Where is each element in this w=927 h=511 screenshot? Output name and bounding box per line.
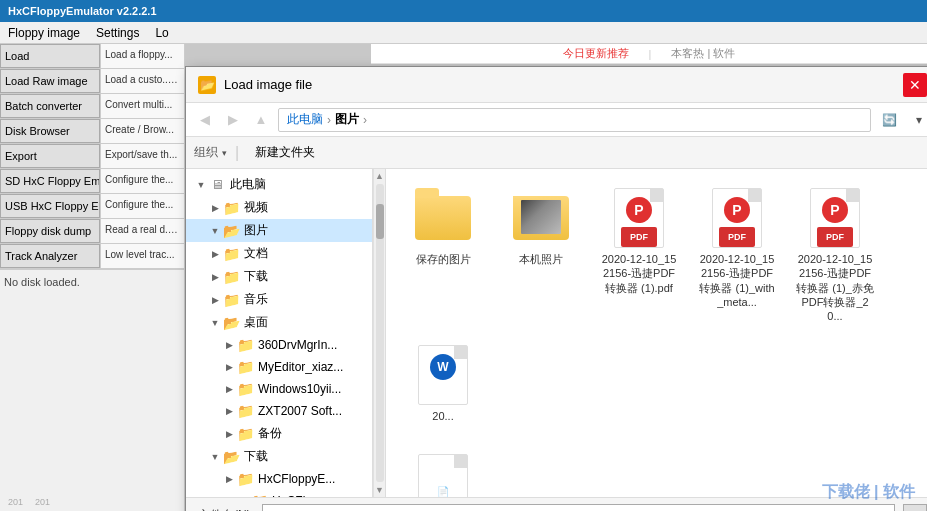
usb-settings-button[interactable]: USB HxC Floppy Emulator settings [0,194,100,218]
wps-brand-text: W [437,360,448,374]
refresh-button[interactable]: 🔄 [877,108,901,132]
address-path: 此电脑 › 图片 › [278,108,871,132]
tree-item-win10[interactable]: ▶ 📁 Windows10yii... [186,378,372,400]
tree-label-downloads: 下载 [244,268,268,285]
folder-downloads-icon: 📁 [222,269,240,285]
arrow-video[interactable]: ▶ [208,203,222,213]
tree-item-hxcfl2[interactable]: ▶ 📁 HxCFl... [186,490,372,497]
sidebar-row-sd: SD HxC Floppy Emulator settings Configur… [0,169,184,194]
tree-scrollbar[interactable]: ▲ ▼ [373,169,385,497]
arrow-pictures[interactable]: ▼ [208,226,222,236]
arrow-desktop[interactable]: ▼ [208,318,222,328]
toolbar-sep: | [235,144,239,162]
tree-item-downloads[interactable]: ▶ 📁 下载 [186,265,372,288]
pc-icon: 🖥 [208,177,226,193]
tree-item-music[interactable]: ▶ 📁 音乐 [186,288,372,311]
menu-lo[interactable]: Lo [147,24,176,42]
file-item-wps[interactable]: W 20... [398,338,488,430]
tree-item-pc[interactable]: ▼ 🖥 此电脑 [186,173,372,196]
pdf3-icon: P PDF [805,188,865,248]
tree-label-hxcfloppy: HxCFloppyE... [258,472,335,486]
watermark2: 201 [31,495,54,509]
tree-item-docs[interactable]: ▶ 📁 文档 [186,242,372,265]
scroll-up-arrow[interactable]: ▲ [375,171,384,181]
file-item-saved-pics[interactable]: 保存的图片 [398,181,488,330]
path-pictures: 图片 [335,111,359,128]
arrow-dl2[interactable]: ▼ [208,452,222,462]
file-item-pdf3[interactable]: P PDF 2020-12-10_152156-迅捷PDF转换器 (1)_赤免P… [790,181,880,330]
filename-dropdown[interactable]: ▾ [903,504,927,512]
filename-label: 文件名(N): [198,507,254,511]
file-item-camera[interactable]: 本机照片 [496,181,586,330]
app-window: HxCFloppyEmulator v2.2.2.1 Floppy image … [0,0,927,511]
files-panel: 保存的图片 本机照片 [386,169,927,497]
dialog-close-button[interactable]: ✕ [903,73,927,97]
menu-settings[interactable]: Settings [88,24,147,42]
floppy-dump-button[interactable]: Floppy disk dump [0,219,100,243]
menu-floppy[interactable]: Floppy image [0,24,88,42]
file-label-wps: 20... [432,409,453,423]
arrow-360[interactable]: ▶ [222,340,236,350]
file-dialog: 📂 Load image file ✕ ◀ ▶ ▲ 此电脑 › 图片 › [185,66,927,511]
arrow-downloads[interactable]: ▶ [208,272,222,282]
export-button[interactable]: Export [0,144,100,168]
arrow-myeditor[interactable]: ▶ [222,362,236,372]
tree-item-hxcfloppy[interactable]: ▶ 📁 HxCFloppyE... [186,468,372,490]
sd-settings-button[interactable]: SD HxC Floppy Emulator settings [0,169,100,193]
arrow-pc[interactable]: ▼ [194,180,208,190]
organize-arrow-icon: ▾ [222,148,227,158]
pdf1-brand-text: P [634,202,643,218]
file-item-dska[interactable]: 📄 DSKA0000_HFE.hfe [398,447,488,497]
app-title: HxCFloppyEmulator v2.2.2.1 [8,5,157,17]
folder-dl2-icon: 📂 [222,449,240,465]
pdf2-icon: P PDF [707,188,767,248]
tree-item-myeditor[interactable]: ▶ 📁 MyEditor_xiaz... [186,356,372,378]
tree-label-backup: 备份 [258,425,282,442]
sidebar-row-batch: Batch converter Convert multi... [0,94,184,119]
sidebar-row-usb: USB HxC Floppy Emulator settings Configu… [0,194,184,219]
file-item-pdf2[interactable]: P PDF 2020-12-10_152156-迅捷PDF转换器 (1)_wit… [692,181,782,330]
track-desc: Low level trac... [100,244,184,268]
file-label-pdf2: 2020-12-10_152156-迅捷PDF转换器 (1)_with_meta… [697,252,777,309]
forward-button[interactable]: ▶ [222,109,244,131]
folder-desktop-icon: 📂 [222,315,240,331]
folder-win10-icon: 📁 [236,381,254,397]
back-button[interactable]: ◀ [194,109,216,131]
filename-input[interactable] [262,504,895,512]
path-pc: 此电脑 [287,111,323,128]
arrow-zxt[interactable]: ▶ [222,406,236,416]
pdf2-brand-text: P [732,202,741,218]
path-sep2: › [363,113,367,127]
tree-item-video[interactable]: ▶ 📁 视频 [186,196,372,219]
tree-item-zxt[interactable]: ▶ 📁 ZXT2007 Soft... [186,400,372,422]
scroll-down-arrow[interactable]: ▼ [375,485,384,495]
file-item-pdf1[interactable]: P PDF 2020-12-10_152156-迅捷PDF转换器 (1).pdf [594,181,684,330]
tree-item-download2[interactable]: ▼ 📂 下载 [186,445,372,468]
arrow-hxc[interactable]: ▶ [222,474,236,484]
batch-button[interactable]: Batch converter [0,94,100,118]
track-analyzer-button[interactable]: Track Analyzer [0,244,100,268]
up-button[interactable]: ▲ [250,109,272,131]
arrow-backup[interactable]: ▶ [222,429,236,439]
tree-item-desktop[interactable]: ▼ 📂 桌面 [186,311,372,334]
tree-item-backup[interactable]: ▶ 📁 备份 [186,422,372,445]
folder-music-icon: 📁 [222,292,240,308]
new-folder-button[interactable]: 新建文件夹 [247,142,323,163]
scroll-thumb[interactable] [376,204,384,239]
arrow-win10[interactable]: ▶ [222,384,236,394]
tree-label-download2: 下载 [244,448,268,465]
export-desc: Export/save th... [100,144,184,168]
disk-browser-button[interactable]: Disk Browser [0,119,100,143]
watermark1: 201 [4,495,27,509]
file-label-pdf3: 2020-12-10_152156-迅捷PDF转换器 (1)_赤免PDF转换器_… [795,252,875,323]
tree-item-360[interactable]: ▶ 📁 360DrvMgrIn... [186,334,372,356]
view-options-button[interactable]: ▾ [907,108,927,132]
load-raw-button[interactable]: Load Raw image [0,69,100,93]
usb-settings-desc: Configure the... [100,194,184,218]
load-button[interactable]: Load [0,44,100,68]
tree-item-pictures[interactable]: ▼ 📂 图片 [186,219,372,242]
arrow-docs[interactable]: ▶ [208,249,222,259]
arrow-music[interactable]: ▶ [208,295,222,305]
sidebar-row-disk-browser: Disk Browser Create / Brow... [0,119,184,144]
dialog-body: ▼ 🖥 此电脑 ▶ 📁 视频 [186,169,927,497]
